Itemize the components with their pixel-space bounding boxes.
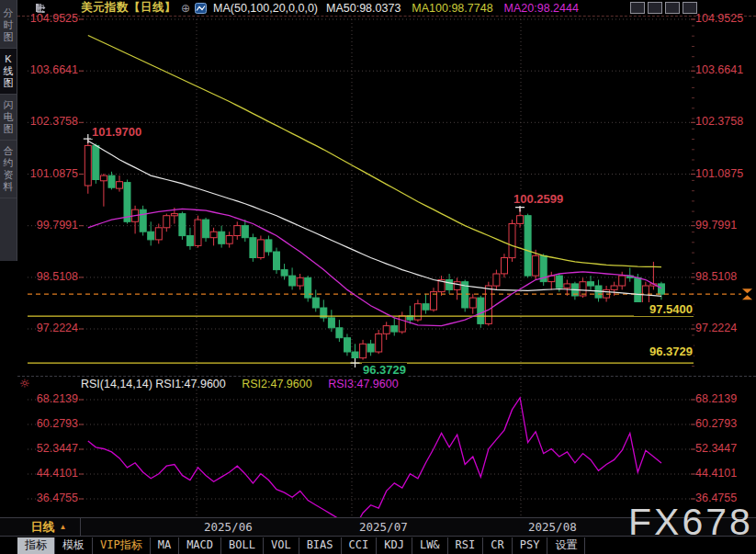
tab-模板[interactable]: 模板: [55, 537, 93, 554]
instrument-title: 美元指数【日线】: [81, 0, 176, 16]
x-axis-date-label: 2025/06: [204, 520, 253, 534]
tab-RSI[interactable]: RSI: [448, 537, 484, 554]
period-selector[interactable]: 日线 ▲: [17, 518, 81, 536]
time-axis-row: 日线 ▲ 2025/062025/072025/08: [0, 517, 756, 537]
main-chart-canvas[interactable]: [17, 17, 756, 375]
ma50-value-label: MA50:98.0373: [326, 2, 401, 15]
ma100-value-label: MA100:98.7748: [412, 2, 492, 15]
rsi-chart-canvas[interactable]: [17, 377, 756, 518]
tab-KDJ[interactable]: KDJ: [377, 537, 412, 554]
add-symbol-icon[interactable]: ⊕: [181, 2, 190, 15]
sidebar-item-time-chart[interactable]: 分时图: [0, 3, 17, 49]
indicator-tab-bar: 指标模板VIP指标MAMACDBOLLVOLBIASCCIKDJLW&RSICR…: [0, 537, 756, 554]
period-label: 日线: [31, 519, 55, 536]
x-axis-date-label: 2025/08: [528, 520, 577, 534]
x-axis-date-label: 2025/07: [359, 520, 408, 534]
ma-formula-label: MA(50,100,20,0,0,0): [213, 2, 318, 15]
fit-vertical-axis-icon[interactable]: [648, 2, 662, 14]
ma20-value-label: MA20:98.2444: [504, 2, 579, 15]
chart-type-sidebar: 分时图K线图闪电图合约资料: [0, 0, 17, 261]
tab-MACD[interactable]: MACD: [179, 537, 221, 554]
tab-设置[interactable]: 设置: [547, 537, 585, 554]
tab-BOLL[interactable]: BOLL: [221, 537, 264, 554]
sidebar-item-flash-chart[interactable]: 闪电图: [0, 95, 17, 141]
period-arrow-icon: ▲: [60, 523, 67, 531]
chart-header-bar: 美元指数【日线】 ⊕ MA(50,100,20,0,0,0) MA50:98.0…: [17, 0, 756, 17]
tab-MA[interactable]: MA: [151, 537, 179, 554]
chart-style-icon[interactable]: [195, 3, 207, 14]
tab-PSY[interactable]: PSY: [513, 537, 548, 554]
tab-VOL[interactable]: VOL: [264, 537, 299, 554]
tab-VIP指标[interactable]: VIP指标: [93, 537, 151, 554]
crosshair-move-icon[interactable]: [630, 2, 645, 14]
trading-app-window: 分时图K线图闪电图合约资料 美元指数【日线】 ⊕ MA(50,100,20,0,…: [0, 0, 756, 554]
tab-LW&[interactable]: LW&: [412, 537, 448, 554]
sidebar-item-kline-chart[interactable]: K线图: [0, 49, 17, 95]
shift-window-right-icon[interactable]: [683, 2, 697, 14]
tab-指标[interactable]: 指标: [17, 537, 55, 554]
sidebar-item-contract-info[interactable]: 合约资料: [0, 141, 17, 198]
tab-BIAS[interactable]: BIAS: [299, 537, 342, 554]
chart-tool-icons: [630, 2, 697, 14]
tab-CR[interactable]: CR: [483, 537, 512, 554]
fit-horizontal-axis-icon[interactable]: [665, 2, 680, 14]
tab-CCI[interactable]: CCI: [342, 537, 378, 554]
